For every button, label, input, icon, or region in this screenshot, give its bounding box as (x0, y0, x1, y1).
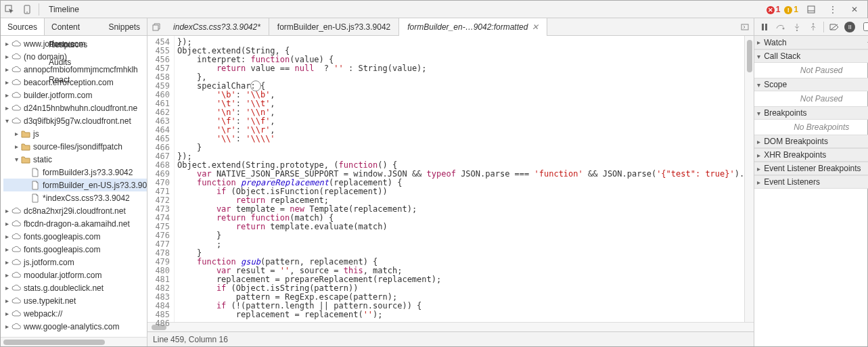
tabs-history-icon[interactable] (147, 23, 165, 31)
section-scope[interactable]: ▾Scope (754, 78, 868, 91)
code-line[interactable]: return template.evaluate(match) (177, 223, 744, 231)
tree-item[interactable]: ▸beacon.errorception.com (3, 76, 147, 89)
section-dom-breakpoints[interactable]: ▸DOM Breakpoints (754, 135, 868, 148)
tree-item[interactable]: ▸webpack:// (3, 307, 147, 320)
expand-arrow-icon[interactable]: ▾ (757, 110, 764, 117)
tree-item[interactable]: ▾d3q9ifbkj95g7w.cloudfront.net (3, 114, 147, 127)
inspect-element-icon[interactable] (1, 1, 18, 18)
tree-item[interactable]: ▸use.typekit.net (3, 294, 147, 307)
error-count-badge[interactable]: ✕1 (767, 5, 781, 14)
scrollbar-thumb[interactable] (3, 340, 105, 345)
tree-item[interactable]: ▸formBuilder3.js?3.3.9042 (3, 166, 147, 179)
code-line[interactable]: '\\': '\\\\' (177, 135, 744, 143)
step-into-icon[interactable] (791, 21, 803, 33)
tree-item[interactable]: ▸stats.g.doubleclick.net (3, 281, 147, 294)
tabs-overflow-icon[interactable] (736, 23, 754, 31)
line-gutter[interactable]: 4544554564574584594604614624634644654664… (147, 36, 175, 322)
settings-menu-icon[interactable]: ⋮ (824, 1, 842, 18)
expand-arrow-icon[interactable]: ▸ (3, 297, 10, 304)
expand-arrow-icon[interactable]: ▸ (3, 66, 10, 73)
expand-arrow-icon[interactable]: ▸ (3, 207, 10, 214)
tree-item[interactable]: ▸www.jotform.com (3, 37, 147, 50)
close-tab-icon[interactable]: ✕ (532, 22, 539, 32)
tree-item[interactable]: ▸annopcfmbiofommjmcmcfmhklh (3, 63, 147, 76)
pause-icon[interactable] (758, 21, 771, 33)
tree-item[interactable]: ▸(no domain) (3, 50, 147, 63)
add-icon[interactable]: + (864, 38, 868, 47)
expand-arrow-icon[interactable]: ▸ (757, 39, 764, 46)
expand-arrow-icon[interactable]: ▸ (3, 284, 10, 292)
expand-arrow-icon[interactable]: ▾ (757, 53, 764, 60)
code-line[interactable]: } (177, 231, 744, 240)
editor-bottom-scrollbar[interactable] (147, 322, 754, 331)
tree-item[interactable]: ▸dc8na2hxrj29i.cloudfront.net (3, 204, 147, 217)
tree-item[interactable]: ▸builder.jotform.com (3, 89, 147, 101)
expand-arrow-icon[interactable]: ▸ (3, 53, 10, 60)
code-line[interactable]: } (177, 143, 744, 152)
navigator-tab-snippets[interactable]: Snippets (101, 18, 147, 35)
tree-item[interactable]: ▸formBuilder_en-US.js?3.3.90 (3, 179, 147, 191)
tree-item[interactable]: ▸d24n15hnbwhuhn.cloudfront.ne (3, 101, 147, 114)
file-tree[interactable]: ▸www.jotform.com▸(no domain)▸annopcfmbio… (1, 36, 147, 337)
navigator-tab-content-scripts[interactable]: Content scripts (45, 18, 101, 35)
vertical-scrollbar[interactable] (744, 36, 754, 322)
section-call-stack[interactable]: ▾Call Stack (754, 49, 868, 63)
expand-arrow-icon[interactable]: ▾ (3, 117, 10, 124)
expand-arrow-icon[interactable]: ▸ (757, 165, 764, 172)
tree-item[interactable]: ▸source-files/jsondiffpatch (3, 140, 147, 153)
expand-arrow-icon[interactable]: ▸ (757, 152, 764, 159)
tree-item[interactable]: ▸moodular.jotform.com (3, 269, 147, 281)
warning-count-badge[interactable]: !1 (784, 5, 798, 14)
step-out-icon[interactable] (807, 21, 819, 33)
tree-item[interactable]: ▸js (3, 127, 147, 140)
device-mode-icon[interactable] (18, 1, 36, 18)
tree-item[interactable]: ▸js.jotform.com (3, 256, 147, 269)
horizontal-scrollbar[interactable] (1, 337, 147, 346)
expand-arrow-icon[interactable]: ▸ (3, 91, 10, 99)
drawer-toggle-icon[interactable] (802, 1, 820, 18)
code-line[interactable]: replacement = replacement(''); (177, 310, 744, 319)
expand-arrow-icon[interactable]: ▸ (3, 323, 10, 330)
code-line[interactable]: ; (177, 240, 744, 249)
deactivate-breakpoints-icon[interactable] (828, 21, 840, 33)
expand-arrow-icon[interactable]: ▸ (3, 40, 10, 47)
file-tab[interactable]: formBuilder_en-…9042:formatted✕ (399, 18, 547, 36)
file-tab[interactable]: indexCss.css?3.3.9042* (165, 18, 269, 36)
section-watch[interactable]: ▸Watch+↻ (754, 36, 868, 49)
tree-item[interactable]: ▾static (3, 153, 147, 166)
section-event-listener-breakpoints[interactable]: ▸Event Listener Breakpoints (754, 162, 868, 175)
expand-arrow-icon[interactable]: ▸ (3, 104, 10, 112)
pause-on-exceptions-icon[interactable]: II (844, 22, 855, 32)
code-area[interactable]: });Object.extend(String, { interpret: fu… (175, 36, 744, 322)
code-editor[interactable]: 4544554564574584594604614624634644654664… (147, 36, 754, 322)
expand-arrow-icon[interactable]: ▸ (3, 258, 10, 266)
expand-arrow-icon[interactable]: ▸ (3, 271, 10, 279)
tree-item[interactable]: ▸*indexCss.css?3.3.9042 (3, 191, 147, 204)
expand-arrow-icon[interactable]: ▾ (13, 156, 20, 163)
code-line[interactable]: return value == null ? '' : String(value… (177, 64, 744, 73)
tree-item[interactable]: ▸fonts.googleapis.com (3, 230, 147, 243)
step-over-icon[interactable] (775, 21, 787, 33)
expand-arrow-icon[interactable]: ▸ (13, 130, 20, 137)
tree-item[interactable]: ▸fonts.googleapis.com (3, 243, 147, 256)
tree-item[interactable]: ▸www.google-analytics.com (3, 320, 147, 333)
section-event-listeners[interactable]: ▸Event Listeners↻ (754, 175, 868, 189)
expand-arrow-icon[interactable]: ▸ (3, 220, 10, 227)
tree-item[interactable]: ▸fbcdn-dragon-a.akamaihd.net (3, 217, 147, 230)
line-number[interactable]: 486 (147, 319, 170, 328)
expand-arrow-icon[interactable]: ▸ (3, 233, 10, 240)
expand-arrow-icon[interactable]: ▸ (3, 246, 10, 253)
expand-arrow-icon[interactable]: ▸ (3, 78, 10, 86)
expand-arrow-icon[interactable]: ▸ (13, 143, 20, 150)
async-checkbox[interactable]: As (863, 22, 868, 32)
expand-arrow-icon[interactable]: ▸ (757, 138, 764, 145)
file-tab[interactable]: formBuilder_en-US.js?3.3.9042 (269, 18, 399, 36)
close-devtools-icon[interactable]: ✕ (846, 1, 863, 18)
scrollbar-thumb[interactable] (747, 40, 752, 72)
expand-arrow-icon[interactable]: ▸ (757, 179, 764, 186)
section-breakpoints[interactable]: ▾Breakpoints (754, 106, 868, 120)
expand-arrow-icon[interactable]: ▸ (3, 310, 10, 317)
expand-arrow-icon[interactable]: ▾ (757, 81, 764, 89)
main-tab-timeline[interactable]: Timeline (42, 1, 94, 18)
navigator-tab-sources[interactable]: Sources (1, 18, 45, 35)
